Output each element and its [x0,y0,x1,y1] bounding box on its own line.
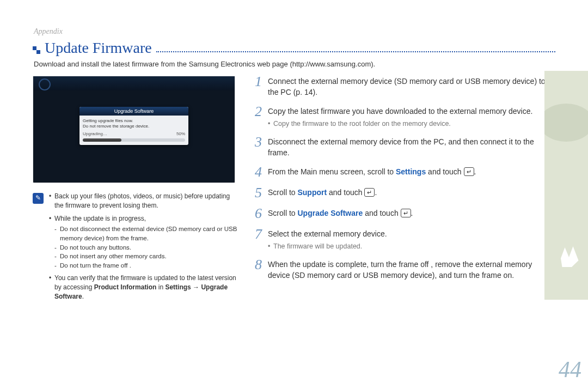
page-number: 44 [559,356,581,383]
dialog-line2: Do not remove the storage device. [83,124,185,129]
step-text: Scroll to Support and touch ↵. [268,187,555,200]
progress-label: Upgrading… [83,131,107,136]
note-item: While the update is in progress, Do not … [49,214,240,270]
progress-bar [83,138,185,142]
firmware-screenshot: Upgrade Software Getting upgrade files n… [33,76,235,183]
title-dotted-rule [156,44,555,52]
note-subitem: Do not touch any buttons. [54,243,240,252]
steps-list: 1Connect the external memory device (SD … [255,76,555,281]
intro-text: Download and install the latest firmware… [34,60,555,68]
enter-icon: ↵ [464,167,474,176]
step-text: Disconnect the external memory device fr… [268,136,555,159]
page-title: Update Firmware [45,39,152,57]
step-text: From the Main menu screen, scroll to Set… [268,166,555,179]
note-item: You can verify that the firmware is upda… [49,274,240,302]
note-subitem: Do not disconnect the external device (S… [54,225,240,242]
section-label: Appendix [34,27,555,36]
manual-page: Appendix Update Firmware Download and in… [0,0,588,388]
step-text: Copy the latest firmware you have downlo… [268,107,532,116]
dialog-line1: Getting upgrade files now. [83,118,185,124]
upgrade-dialog: Upgrade Software Getting upgrade files n… [79,107,188,145]
clock-icon [39,78,51,90]
side-illustration [544,71,588,300]
step-text: Select the external memory device. [268,229,387,238]
step-text: Connect the external memory device (SD m… [268,76,555,98]
step-subtext: Copy the firmware to the root folder on … [268,119,555,129]
enter-icon: ↵ [401,209,411,217]
note-item: Back up your files (photos, videos, or m… [49,192,240,211]
title-row: Update Firmware [33,39,555,57]
note-text: While the update is in progress, [54,215,146,222]
step-subtext: The firmware will be updated. [268,241,555,251]
step-text: When the update is complete, turn the fr… [268,259,555,281]
note-icon: ✎ [33,193,44,204]
note-block: ✎ Back up your files (photos, videos, or… [33,192,240,305]
grid-icon [33,46,40,54]
note-subitem: Do not insert any other memory cards. [54,252,240,261]
dialog-title: Upgrade Software [79,107,188,116]
enter-icon: ↵ [364,188,375,197]
note-subitem: Do not turn the frame off . [54,261,240,270]
step-text: Scroll to Upgrade Software and touch ↵. [268,208,555,221]
progress-pct: 50% [176,131,185,136]
